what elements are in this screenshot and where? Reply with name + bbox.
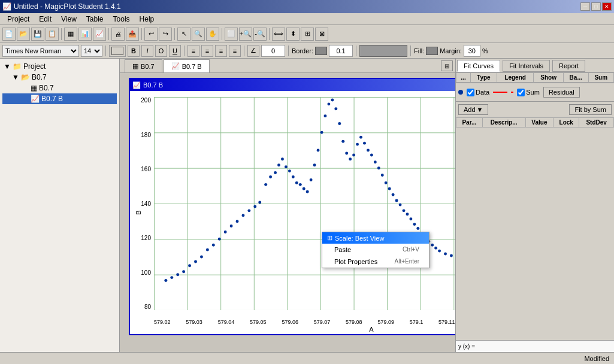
rp-tab-fit-intervals[interactable]: Fit Intervals bbox=[503, 60, 550, 72]
menu-view[interactable]: View bbox=[56, 14, 81, 25]
menu-edit[interactable]: Edit bbox=[34, 14, 56, 25]
plot-svg bbox=[154, 97, 455, 310]
fit-both-button[interactable]: ⊞ bbox=[301, 28, 314, 41]
svg-point-21 bbox=[281, 157, 284, 160]
ctx-paste[interactable]: Paste Ctrl+V bbox=[322, 244, 429, 256]
zoom-in-button[interactable]: +🔍 bbox=[239, 28, 252, 41]
tree-b07-folder[interactable]: ▼ 📂 B0.7 bbox=[2, 72, 117, 83]
table-icon[interactable]: ▦ bbox=[64, 28, 77, 41]
minimize-button[interactable]: ─ bbox=[580, 2, 590, 11]
svg-point-32 bbox=[320, 131, 323, 134]
data-checkbox[interactable] bbox=[467, 89, 474, 96]
close-button[interactable]: ✕ bbox=[602, 2, 612, 11]
svg-point-18 bbox=[269, 175, 272, 178]
menu-project[interactable]: Project bbox=[2, 14, 34, 25]
ctx-props-label: Plot Properties bbox=[334, 258, 377, 265]
svg-point-34 bbox=[327, 102, 330, 105]
tree-project-root[interactable]: ▼ 📁 Project bbox=[2, 61, 117, 72]
save-button[interactable]: 💾 bbox=[31, 28, 44, 41]
residual-button[interactable]: Residual bbox=[543, 87, 580, 98]
export-button[interactable]: 📤 bbox=[126, 28, 139, 41]
fit-x-button[interactable]: ⟺ bbox=[272, 28, 285, 41]
ctx-paste-shortcut: Ctrl+V bbox=[403, 246, 419, 253]
tab-list-button[interactable]: ⊞ bbox=[441, 60, 453, 71]
toolbar: 📄 📂 💾 📋 ▦ 📊 📈 🖨 📤 ↩ ↪ ↖ 🔍 ✋ ⬜ +🔍 -🔍 ⟺ ⬍ … bbox=[0, 25, 614, 43]
tree-b07-table[interactable]: ▦ B0.7 bbox=[2, 83, 117, 93]
svg-point-46 bbox=[370, 153, 373, 156]
print-button[interactable]: 🖨 bbox=[111, 28, 125, 41]
redo-button[interactable]: ↪ bbox=[159, 28, 172, 41]
zoom-rect-tool[interactable]: ⬜ bbox=[225, 28, 238, 41]
table-icon: ▦ bbox=[31, 84, 37, 92]
margin-input[interactable] bbox=[464, 45, 480, 57]
col-type: Type bbox=[471, 73, 497, 83]
equation-bar: y (x) = bbox=[456, 340, 614, 352]
rp-tab-fit-curves[interactable]: Fit Curves bbox=[457, 60, 500, 72]
reset-zoom-button[interactable]: ⊠ bbox=[315, 28, 328, 41]
svg-point-50 bbox=[385, 181, 388, 184]
chart-icon[interactable]: 📊 bbox=[78, 28, 92, 41]
maximize-button[interactable]: □ bbox=[591, 2, 601, 11]
add-dropdown-arrow: ▼ bbox=[477, 106, 483, 113]
line-icon[interactable]: 📈 bbox=[93, 28, 106, 41]
pan-tool[interactable]: ✋ bbox=[206, 28, 219, 41]
y-tick-120: 120 bbox=[141, 235, 151, 241]
fit-by-sum-button[interactable]: Fit by Sum bbox=[569, 104, 612, 115]
svg-point-0 bbox=[164, 279, 167, 282]
open-button[interactable]: 📂 bbox=[17, 28, 30, 41]
select-tool[interactable]: ↖ bbox=[177, 28, 190, 41]
tab-b07[interactable]: ▦ B0.7 bbox=[125, 59, 162, 72]
new-button[interactable]: 📄 bbox=[2, 28, 16, 41]
copy-button[interactable]: 📋 bbox=[46, 28, 59, 41]
menu-tools[interactable]: Tools bbox=[108, 14, 135, 25]
align-left-button[interactable]: ≡ bbox=[187, 45, 199, 57]
fit-controls: Data Sum Residual bbox=[456, 83, 614, 101]
menu-table[interactable]: Table bbox=[81, 14, 108, 25]
menu-help[interactable]: Help bbox=[135, 14, 159, 25]
x-tick-1: 579.03 bbox=[186, 319, 202, 325]
underline-button[interactable]: U bbox=[169, 45, 181, 57]
project-tree: ▼ 📁 Project ▼ 📂 B0.7 ▦ B0.7 📈 B0.7 B bbox=[0, 59, 119, 352]
svg-point-29 bbox=[310, 178, 313, 181]
border-color-swatch[interactable] bbox=[315, 47, 327, 55]
fit-y-button[interactable]: ⬍ bbox=[286, 28, 300, 41]
svg-point-8 bbox=[212, 244, 215, 247]
param-col-desc: Descrip... bbox=[482, 118, 525, 128]
svg-point-30 bbox=[313, 163, 316, 166]
svg-point-28 bbox=[306, 190, 309, 193]
rp-tab-report[interactable]: Report bbox=[552, 60, 585, 72]
font-family-select[interactable]: Times New Roman bbox=[2, 45, 79, 57]
zoom-out-button[interactable]: -🔍 bbox=[253, 28, 267, 41]
content-area: ▦ B0.7 📈 B0.7 B ⊞ 📈 B0.7 B bbox=[120, 59, 455, 352]
sum-checkbox[interactable] bbox=[517, 89, 525, 96]
undo-button[interactable]: ↩ bbox=[144, 28, 158, 41]
align-justify-button[interactable]: ≡ bbox=[229, 45, 241, 57]
bold-button[interactable]: B bbox=[128, 45, 140, 57]
italic-button[interactable]: I bbox=[141, 45, 153, 57]
svg-point-33 bbox=[323, 114, 326, 117]
x-axis-label: A bbox=[154, 326, 455, 333]
add-button[interactable]: Add ▼ bbox=[458, 104, 488, 115]
svg-point-39 bbox=[345, 151, 348, 154]
svg-point-67 bbox=[450, 254, 453, 257]
font-size-select[interactable]: 14 bbox=[81, 45, 102, 57]
tab-b07b[interactable]: 📈 B0.7 B bbox=[164, 59, 210, 72]
border-width-input[interactable] bbox=[329, 45, 353, 57]
align-right-button[interactable]: ≡ bbox=[215, 45, 227, 57]
angle-input[interactable] bbox=[261, 45, 285, 57]
angle-icon: ∠ bbox=[247, 45, 259, 57]
fill-color-swatch[interactable] bbox=[426, 47, 438, 55]
zoom-box-tool[interactable]: 🔍 bbox=[192, 28, 205, 41]
svg-point-58 bbox=[413, 223, 416, 226]
line-style-select[interactable] bbox=[359, 45, 407, 57]
outline-button[interactable]: O bbox=[155, 45, 167, 57]
x-tick-0: 579.02 bbox=[154, 319, 171, 325]
format-color-swatch[interactable] bbox=[109, 45, 126, 57]
x-tick-6: 579.08 bbox=[346, 319, 362, 325]
ctx-plot-properties[interactable]: Plot Properties Alt+Enter bbox=[322, 256, 429, 268]
plot-container[interactable]: B 200 180 160 140 120 100 80 bbox=[130, 91, 455, 334]
sum-checkbox-group: Sum bbox=[517, 89, 540, 96]
tree-b07b-figure[interactable]: 📈 B0.7 B bbox=[2, 93, 117, 104]
svg-point-56 bbox=[406, 213, 409, 216]
align-center-button[interactable]: ≡ bbox=[201, 45, 213, 57]
